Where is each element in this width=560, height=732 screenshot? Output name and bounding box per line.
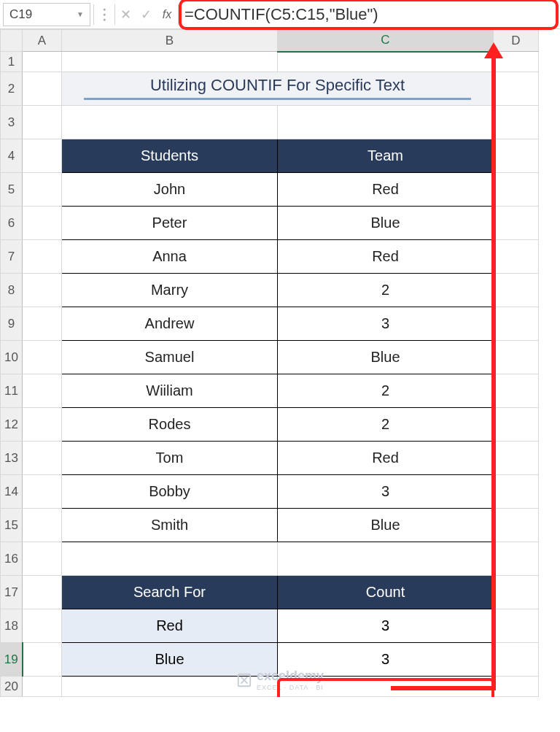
cell[interactable]	[494, 240, 539, 274]
search-label-cell[interactable]: Red	[62, 609, 278, 643]
fx-icon[interactable]: fx	[156, 8, 178, 21]
cell[interactable]	[62, 542, 278, 576]
row-header[interactable]: 10	[1, 341, 23, 374]
cell[interactable]	[62, 52, 278, 72]
cell[interactable]	[23, 677, 62, 697]
student-cell[interactable]: Andrew	[62, 307, 278, 341]
row-header[interactable]: 2	[1, 72, 23, 106]
student-cell[interactable]: Rodes	[62, 408, 278, 442]
name-box[interactable]: C19 ▼	[3, 3, 90, 26]
row-header[interactable]: 11	[1, 374, 23, 408]
cell[interactable]	[23, 207, 62, 240]
cell[interactable]	[23, 106, 62, 139]
cell[interactable]	[23, 576, 62, 609]
cell[interactable]	[278, 677, 494, 697]
student-cell[interactable]: Bobby	[62, 475, 278, 509]
student-cell[interactable]: Peter	[62, 207, 278, 240]
row-header[interactable]: 6	[1, 207, 23, 240]
title-cell[interactable]: Utilizing COUNTIF For Specific Text	[62, 72, 494, 106]
cell[interactable]	[278, 106, 494, 139]
cell[interactable]	[494, 207, 539, 240]
search-for-header[interactable]: Search For	[62, 576, 278, 609]
cell[interactable]	[23, 643, 62, 677]
cell[interactable]	[494, 52, 539, 72]
cell[interactable]	[23, 374, 62, 408]
cell[interactable]	[494, 341, 539, 374]
cell[interactable]	[23, 408, 62, 442]
student-cell[interactable]: Samuel	[62, 341, 278, 374]
row-header[interactable]: 17	[1, 576, 23, 609]
student-cell[interactable]: John	[62, 173, 278, 207]
student-cell[interactable]: Anna	[62, 240, 278, 274]
cell[interactable]	[494, 374, 539, 408]
cell[interactable]	[494, 72, 539, 106]
row-header[interactable]: 1	[1, 52, 23, 72]
cancel-icon[interactable]: ✕	[115, 7, 136, 23]
team-cell[interactable]: Blue	[278, 341, 494, 374]
grid[interactable]: A B C D 1 2 Utilizing COUNTIF For Specif…	[0, 29, 539, 697]
count-header[interactable]: Count	[278, 576, 494, 609]
team-cell[interactable]: 3	[278, 307, 494, 341]
cell[interactable]	[23, 475, 62, 509]
team-cell[interactable]: 2	[278, 408, 494, 442]
team-cell[interactable]: 3	[278, 475, 494, 509]
cell[interactable]	[23, 274, 62, 307]
count-cell-selected[interactable]: 3	[278, 643, 494, 677]
formula-input[interactable]: =COUNTIF(C5:C15,"Blue")	[179, 0, 560, 28]
row-header[interactable]: 5	[1, 173, 23, 207]
cell[interactable]	[494, 106, 539, 139]
cell[interactable]	[494, 173, 539, 207]
cell[interactable]	[494, 307, 539, 341]
student-cell[interactable]: Smith	[62, 509, 278, 542]
cell[interactable]	[23, 307, 62, 341]
cell[interactable]	[494, 609, 539, 643]
row-header[interactable]: 20	[1, 677, 23, 697]
row-header[interactable]: 9	[1, 307, 23, 341]
row-header[interactable]: 12	[1, 408, 23, 442]
cell[interactable]	[23, 240, 62, 274]
cell[interactable]	[23, 542, 62, 576]
team-cell[interactable]: Red	[278, 240, 494, 274]
cell[interactable]	[278, 52, 494, 72]
cell[interactable]	[278, 542, 494, 576]
col-header-C[interactable]: C	[278, 30, 494, 52]
col-header-A[interactable]: A	[23, 30, 62, 52]
team-cell[interactable]: Red	[278, 173, 494, 207]
cell[interactable]	[23, 72, 62, 106]
cell[interactable]	[62, 677, 278, 697]
team-cell[interactable]: 2	[278, 274, 494, 307]
cell[interactable]	[23, 52, 62, 72]
cell[interactable]	[23, 509, 62, 542]
student-cell[interactable]: Marry	[62, 274, 278, 307]
cell[interactable]	[23, 609, 62, 643]
cell[interactable]	[494, 509, 539, 542]
select-all-corner[interactable]	[1, 30, 23, 52]
cell[interactable]	[494, 542, 539, 576]
cell[interactable]	[494, 677, 539, 697]
team-header[interactable]: Team	[278, 139, 494, 173]
row-header[interactable]: 16	[1, 542, 23, 576]
team-cell[interactable]: Blue	[278, 207, 494, 240]
cell[interactable]	[23, 341, 62, 374]
student-cell[interactable]: Tom	[62, 442, 278, 475]
cell[interactable]	[494, 643, 539, 677]
cell[interactable]	[494, 139, 539, 173]
row-header[interactable]: 13	[1, 442, 23, 475]
count-cell[interactable]: 3	[278, 609, 494, 643]
row-header[interactable]: 7	[1, 240, 23, 274]
team-cell[interactable]: Blue	[278, 509, 494, 542]
cell[interactable]	[23, 173, 62, 207]
row-header[interactable]: 18	[1, 609, 23, 643]
cell[interactable]	[494, 408, 539, 442]
row-header[interactable]: 15	[1, 509, 23, 542]
search-label-cell[interactable]: Blue	[62, 643, 278, 677]
team-cell[interactable]: Red	[278, 442, 494, 475]
students-header[interactable]: Students	[62, 139, 278, 173]
cell[interactable]	[494, 475, 539, 509]
row-header[interactable]: 3	[1, 106, 23, 139]
student-cell[interactable]: Wiiliam	[62, 374, 278, 408]
cell[interactable]	[23, 442, 62, 475]
check-icon[interactable]: ✓	[136, 7, 156, 23]
row-header[interactable]: 4	[1, 139, 23, 173]
row-header[interactable]: 14	[1, 475, 23, 509]
